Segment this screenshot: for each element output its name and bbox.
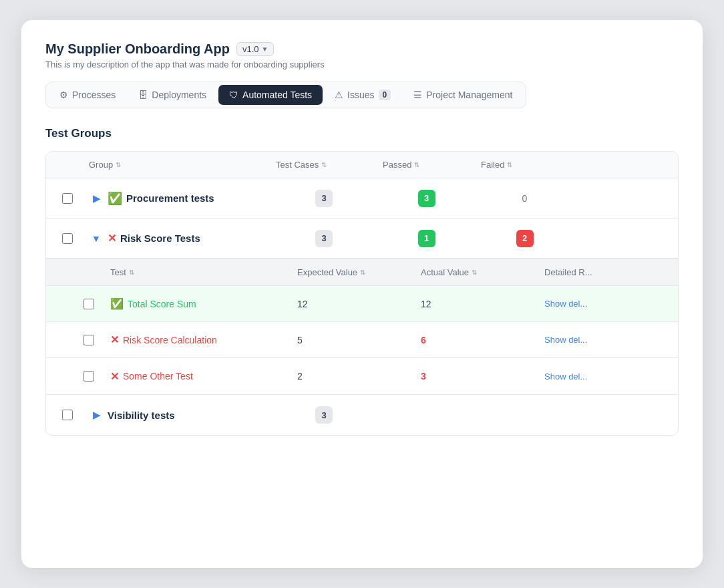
td-checkbox-procurement[interactable]	[57, 184, 83, 213]
sort-actual-icon: ⇅	[472, 269, 477, 276]
sort-failed-icon: ⇅	[507, 161, 512, 168]
checkbox-procurement[interactable]	[62, 193, 73, 204]
version-selector[interactable]: v1.0 ▼	[236, 42, 274, 56]
sth-test[interactable]: Test ⇅	[105, 259, 292, 285]
sth-checkbox	[78, 259, 105, 285]
std-checkbox-2[interactable]	[78, 325, 105, 355]
std-test-2: ✕ Risk Score Calculation	[105, 324, 292, 355]
issues-count-badge: 0	[379, 90, 391, 100]
show-details-link-3[interactable]: Show del...	[544, 372, 587, 382]
std-details-2[interactable]: Show del...	[539, 325, 646, 354]
td-checkbox-visibility[interactable]	[57, 400, 83, 430]
issues-icon: ⚠	[335, 90, 343, 100]
subtable-risk: Test ⇅ Expected Value ⇅ Actual Value ⇅ D…	[46, 259, 678, 395]
group-row-risk-score: ▼ ✕ Risk Score Tests 3 1 2	[46, 218, 678, 259]
app-header: My Supplier Onboarding App v1.0 ▼ This i…	[45, 41, 679, 69]
failed-badge-risk: 2	[516, 230, 534, 247]
subrow-total-score: ✅ Total Score Sum 12 12 Show del...	[46, 286, 678, 322]
deployments-icon: 🗄	[138, 90, 148, 100]
sth-expected[interactable]: Expected Value ⇅	[292, 259, 415, 285]
table-header-row: Group ⇅ Test Cases ⇅ Passed ⇅ Failed ⇅	[46, 152, 678, 178]
expand-visibility-button[interactable]: ▶	[89, 408, 104, 422]
tab-processes[interactable]: ⚙ Processes	[49, 85, 126, 105]
th-group[interactable]: Group ⇅	[83, 152, 270, 178]
chevron-down-icon: ▼	[262, 45, 268, 53]
td-passed-visibility	[377, 406, 476, 424]
testcases-badge-risk: 3	[315, 230, 333, 247]
td-failed-procurement: 0	[476, 184, 574, 213]
tab-deployments[interactable]: 🗄 Deployments	[128, 85, 217, 105]
std-details-1[interactable]: Show del...	[539, 289, 646, 318]
show-details-link-1[interactable]: Show del...	[544, 299, 587, 309]
th-testcases[interactable]: Test Cases ⇅	[270, 152, 377, 178]
sort-passed-icon: ⇅	[414, 161, 419, 168]
td-failed-visibility	[476, 406, 574, 424]
chevron-right-icon-visibility: ▶	[93, 410, 100, 420]
td-checkbox-risk[interactable]	[57, 224, 83, 253]
testcases-badge-procurement: 3	[315, 190, 333, 207]
sort-test-icon: ⇅	[129, 269, 134, 276]
passed-badge-risk: 1	[418, 230, 435, 247]
sth-detailed: Detailed R...	[539, 259, 646, 285]
show-details-link-2[interactable]: Show del...	[544, 335, 587, 345]
th-checkbox	[57, 152, 83, 178]
checkbox-subrow-1[interactable]	[83, 299, 94, 309]
std-test-3: ✕ Some Other Test	[105, 361, 292, 392]
tab-project-management[interactable]: ☰ Project Management	[403, 85, 523, 105]
std-expected-2: 5	[292, 325, 415, 355]
shield-icon: 🛡	[229, 90, 238, 100]
section-title: Test Groups	[45, 127, 679, 140]
chevron-down-icon-risk: ▼	[92, 233, 101, 244]
td-extra-procurement	[574, 189, 667, 208]
tab-issues[interactable]: ⚠ Issues 0	[324, 85, 401, 105]
sth-actual[interactable]: Actual Value ⇅	[415, 259, 539, 285]
std-expected-3: 2	[292, 361, 415, 391]
expand-procurement-button[interactable]: ▶	[89, 191, 104, 206]
group-row-procurement: ▶ ✅ Procurement tests 3 3 0	[46, 178, 678, 218]
th-passed[interactable]: Passed ⇅	[377, 152, 476, 178]
checkbox-subrow-3[interactable]	[83, 371, 94, 382]
td-testcases-procurement: 3	[270, 180, 377, 216]
td-name-risk: ▼ ✕ Risk Score Tests	[83, 222, 270, 255]
td-extra-visibility	[574, 406, 667, 424]
std-actual-2: 6	[415, 325, 539, 355]
std-checkbox-1[interactable]	[78, 289, 105, 319]
processes-icon: ⚙	[59, 90, 68, 100]
tab-bar: ⚙ Processes 🗄 Deployments 🛡 Automated Te…	[45, 82, 526, 108]
app-title: My Supplier Onboarding App	[45, 41, 230, 57]
main-card: My Supplier Onboarding App v1.0 ▼ This i…	[21, 20, 703, 568]
td-testcases-risk: 3	[270, 220, 377, 257]
td-passed-procurement: 3	[377, 180, 476, 216]
std-expected-1: 12	[292, 289, 415, 319]
checkbox-visibility[interactable]	[62, 410, 73, 420]
fail-icon-subrow-2: ✕	[110, 333, 119, 346]
std-test-1: ✅ Total Score Sum	[105, 288, 292, 319]
sort-testcases-icon: ⇅	[321, 161, 327, 168]
sort-group-icon: ⇅	[116, 161, 121, 168]
subrow-some-other-test: ✕ Some Other Test 2 3 Show del...	[46, 358, 678, 394]
td-failed-risk: 2	[476, 220, 574, 257]
app-description: This is my description of the app that w…	[45, 59, 679, 69]
std-details-3[interactable]: Show del...	[539, 362, 646, 391]
std-checkbox-3[interactable]	[78, 361, 105, 391]
group-row-visibility: ▶ Visibility tests 3	[46, 395, 678, 435]
chevron-right-icon: ▶	[93, 193, 100, 204]
subrow-risk-calculation: ✕ Risk Score Calculation 5 6 Show del...	[46, 322, 678, 358]
expand-risk-button[interactable]: ▼	[89, 231, 104, 246]
checkbox-risk[interactable]	[62, 233, 73, 244]
pass-icon-procurement: ✅	[108, 191, 122, 206]
std-actual-3: 3	[415, 361, 539, 391]
td-extra-risk	[574, 229, 667, 248]
pass-icon-subrow-1: ✅	[110, 297, 124, 310]
tab-automated-tests[interactable]: 🛡 Automated Tests	[218, 85, 323, 105]
checkbox-subrow-2[interactable]	[83, 335, 94, 345]
td-name-procurement: ▶ ✅ Procurement tests	[83, 182, 270, 215]
test-groups-table: Group ⇅ Test Cases ⇅ Passed ⇅ Failed ⇅	[45, 151, 679, 436]
td-testcases-visibility: 3	[270, 397, 377, 433]
passed-badge-procurement: 3	[418, 190, 435, 207]
list-icon: ☰	[413, 90, 422, 100]
subtable-header: Test ⇅ Expected Value ⇅ Actual Value ⇅ D…	[46, 259, 678, 286]
th-extra	[574, 152, 667, 178]
fail-icon-subrow-3: ✕	[110, 370, 119, 383]
th-failed[interactable]: Failed ⇅	[476, 152, 574, 178]
